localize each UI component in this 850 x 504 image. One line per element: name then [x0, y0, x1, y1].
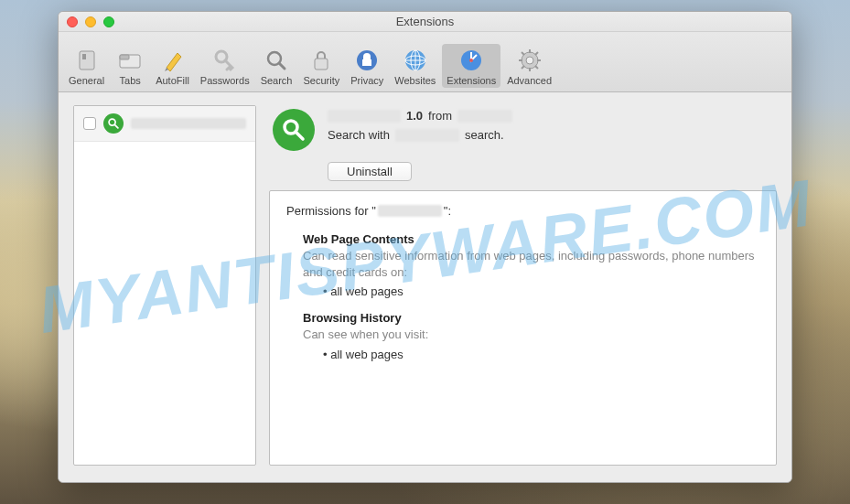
permission-list-item: all web pages	[323, 348, 759, 361]
toolbar-label: Advanced	[507, 75, 552, 86]
advanced-icon	[517, 48, 543, 73]
svg-point-15	[469, 59, 473, 62]
privacy-icon	[354, 48, 380, 73]
svg-rect-3	[120, 55, 129, 59]
minimize-window-button[interactable]	[85, 16, 96, 27]
toolbar-label: Websites	[394, 75, 436, 86]
tab-search[interactable]: Search	[256, 44, 297, 88]
permissions-panel: Permissions for " ": Web Page Contents C…	[269, 190, 777, 466]
tab-security[interactable]: Security	[298, 44, 344, 88]
perm-for-suffix: ":	[444, 204, 451, 218]
perm-for-prefix: Permissions for "	[286, 204, 376, 218]
preferences-toolbar: General Tabs AutoFill Passwords Search	[59, 32, 791, 92]
uninstall-row: Uninstall	[269, 160, 777, 181]
extension-icon-large	[273, 109, 315, 151]
permission-section: Browsing History Can see when you visit:…	[303, 311, 759, 360]
window-controls	[59, 16, 114, 27]
svg-rect-0	[80, 51, 94, 70]
tab-privacy[interactable]: Privacy	[346, 44, 388, 88]
extension-name-redacted	[131, 118, 246, 129]
tab-websites[interactable]: Websites	[390, 44, 440, 88]
permission-list: all web pages	[323, 348, 759, 361]
preferences-window: Extensions General Tabs AutoFill Passwor…	[58, 11, 792, 483]
toolbar-label: General	[69, 75, 104, 86]
websites-icon	[403, 48, 428, 73]
passwords-icon	[212, 48, 238, 73]
toolbar-label: Passwords	[200, 75, 250, 86]
content-area: 1.0 from Search with search. Uninstall P	[59, 92, 791, 482]
tabs-icon	[117, 48, 143, 73]
extensions-icon	[458, 48, 484, 73]
extension-icon	[103, 113, 124, 134]
detail-header: 1.0 from Search with search.	[269, 105, 777, 151]
toolbar-label: Tabs	[120, 75, 141, 86]
tab-autofill[interactable]: AutoFill	[151, 44, 194, 88]
svg-line-25	[522, 66, 524, 69]
tab-advanced[interactable]: Advanced	[502, 44, 556, 88]
extension-detail: 1.0 from Search with search. Uninstall P	[269, 105, 777, 466]
extension-title-line: 1.0 from	[328, 109, 773, 123]
svg-line-23	[535, 66, 538, 69]
tab-tabs[interactable]: Tabs	[111, 44, 149, 88]
tab-passwords[interactable]: Passwords	[196, 44, 254, 88]
desc-suffix: search.	[465, 128, 504, 142]
extension-enable-checkbox[interactable]	[83, 117, 96, 130]
security-icon	[308, 48, 334, 73]
toolbar-label: Extensions	[447, 75, 496, 86]
extension-author-redacted	[457, 110, 512, 123]
from-label: from	[428, 109, 452, 123]
toolbar-label: Privacy	[350, 75, 383, 86]
general-icon	[74, 48, 100, 73]
titlebar[interactable]: Extensions	[59, 12, 791, 32]
extensions-sidebar[interactable]	[73, 105, 256, 466]
window-title: Extensions	[59, 15, 791, 28]
permission-description: Can see when you visit:	[303, 327, 759, 343]
permission-section: Web Page Contents Can read sensitive inf…	[303, 232, 759, 298]
extension-description: Search with search.	[328, 128, 773, 142]
close-window-button[interactable]	[67, 16, 78, 27]
desc-name-redacted	[395, 129, 459, 142]
svg-rect-1	[82, 54, 86, 59]
svg-line-22	[522, 52, 524, 55]
uninstall-button[interactable]: Uninstall	[328, 162, 412, 181]
zoom-window-button[interactable]	[103, 16, 114, 27]
extension-name-redacted	[328, 110, 401, 123]
permissions-for-line: Permissions for " ":	[286, 204, 759, 218]
toolbar-label: Search	[261, 75, 293, 86]
svg-line-24	[535, 52, 538, 55]
extension-version: 1.0	[406, 109, 423, 123]
search-icon	[264, 48, 289, 73]
svg-rect-6	[315, 59, 328, 70]
perm-name-redacted	[378, 205, 442, 217]
permission-list-item: all web pages	[323, 284, 759, 298]
tab-extensions[interactable]: Extensions	[442, 44, 500, 88]
permission-heading: Web Page Contents	[303, 232, 759, 246]
permission-heading: Browsing History	[303, 311, 759, 325]
detail-title-block: 1.0 from Search with search.	[328, 109, 773, 151]
permission-description: Can read sensitive information from web …	[303, 248, 759, 281]
toolbar-label: AutoFill	[156, 75, 189, 86]
toolbar-label: Security	[303, 75, 339, 86]
svg-point-17	[526, 57, 533, 64]
permission-list: all web pages	[323, 284, 759, 298]
autofill-icon	[159, 48, 185, 73]
svg-rect-8	[362, 59, 371, 66]
extension-list-item[interactable]	[74, 106, 255, 142]
desc-prefix: Search with	[328, 128, 390, 142]
tab-general[interactable]: General	[64, 44, 109, 88]
